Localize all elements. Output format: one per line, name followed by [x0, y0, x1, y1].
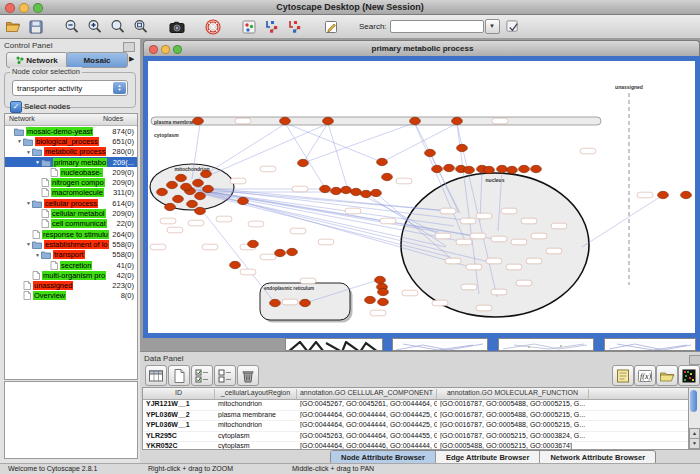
network-node[interactable] [519, 165, 530, 172]
network-node[interactable] [341, 186, 352, 193]
table-row[interactable]: YPL036W__2plasma membrane[GO:0044464, GO… [143, 411, 689, 422]
scroll-down-icon[interactable]: ▼ [689, 438, 700, 449]
zoom-in-icon[interactable] [85, 18, 105, 36]
create-attribute-icon[interactable] [168, 365, 190, 386]
network-edge[interactable] [328, 123, 348, 190]
save-session-icon[interactable] [26, 18, 46, 36]
import-network-red-icon[interactable] [285, 18, 305, 36]
network-node[interactable] [497, 165, 508, 172]
network-node[interactable] [165, 203, 176, 210]
search-options-dropdown[interactable]: ▼ [485, 19, 500, 34]
scrollbar-thumb[interactable] [690, 390, 697, 412]
expand-triangle-icon[interactable]: ▼ [25, 149, 32, 155]
expand-triangle-icon[interactable]: ▼ [34, 159, 41, 165]
attribute-matrix-icon[interactable] [678, 365, 700, 386]
network-node[interactable] [331, 187, 342, 194]
tree-row-overview[interactable]: Overview8(0) [5, 291, 137, 301]
network-node[interactable] [432, 165, 443, 172]
float-panel-icon[interactable] [123, 42, 135, 52]
column-header-3[interactable]: annotation.GO MOLECULAR_FUNCTION [437, 389, 589, 399]
tree-row-response-to-stimulu[interactable]: response to stimulu264(0) [5, 229, 137, 239]
tree-col-nodes[interactable]: Nodes [103, 115, 123, 122]
network-node[interactable] [457, 144, 468, 151]
network-node[interactable] [531, 165, 542, 172]
open-file-icon[interactable] [3, 18, 23, 36]
expand-triangle-icon[interactable]: ▼ [25, 200, 32, 206]
zoom-out-icon[interactable] [62, 18, 82, 36]
network-node[interactable] [287, 248, 298, 255]
network-node[interactable] [378, 298, 389, 305]
network-node[interactable] [176, 174, 187, 181]
network-node[interactable] [298, 159, 309, 166]
network-node[interactable] [230, 261, 241, 268]
network-node[interactable] [195, 192, 206, 199]
network-node[interactable] [452, 117, 463, 124]
select-nodes-checkbox[interactable]: ✓ [10, 101, 22, 113]
tab-mosaic[interactable]: Mosaic [66, 52, 128, 68]
tree-row-nucleobase-[interactable]: nucleobase-209(0) [5, 167, 137, 177]
network-node[interactable] [375, 276, 386, 283]
network-node[interactable] [157, 188, 168, 195]
tree-row-biological-process[interactable]: ▼biological_process651(0) [5, 136, 137, 146]
network-node[interactable] [173, 195, 184, 202]
network-node[interactable] [681, 191, 692, 198]
network-node[interactable] [484, 166, 495, 173]
label-icon[interactable] [612, 365, 634, 386]
tree-col-network[interactable]: Network [9, 115, 35, 122]
zoom-selected-icon[interactable] [108, 18, 128, 36]
network-edge[interactable] [285, 123, 325, 188]
tree-row-cellular-process[interactable]: ▼cellular process614(0) [5, 198, 137, 208]
network-node[interactable] [507, 166, 518, 173]
column-header-1[interactable]: _cellularLayoutRegion [215, 389, 297, 399]
network-node[interactable] [181, 183, 192, 190]
tree-row-mosaic-demo-yeast[interactable]: mosaic-demo-yeast874(0) [5, 126, 137, 136]
table-row[interactable]: YKR052Ccytoplasm[GO:0044464, GO:0044446,… [143, 442, 689, 450]
network-node[interactable] [444, 164, 455, 171]
tab-network[interactable]: Network [6, 52, 68, 68]
network-node[interactable] [371, 189, 382, 196]
network-node[interactable] [365, 296, 376, 303]
table-row[interactable]: YPL036W__1mitochondrion[GO:0044464, GO:0… [143, 421, 689, 432]
network-node[interactable] [464, 166, 475, 173]
attribute-select-icon[interactable] [145, 365, 167, 386]
tree-row-primary-metabo[interactable]: ▼primary metabo209(... [5, 157, 137, 167]
network-window-titlebar[interactable]: primary metabolic process [143, 40, 700, 56]
network-node[interactable] [323, 117, 334, 124]
network-edge[interactable] [582, 195, 663, 247]
network-node[interactable] [193, 117, 204, 124]
tree-row-metabolic-process[interactable]: ▼metabolic process280(0) [5, 147, 137, 157]
node-color-dropdown[interactable]: transporter activity ▲▼ [12, 80, 128, 96]
tree-row-establishment-of-lo[interactable]: ▼establishment of lo558(0) [5, 239, 137, 249]
vizmapper-icon[interactable] [239, 18, 259, 36]
network-node[interactable] [275, 249, 286, 256]
network-edge[interactable] [382, 124, 456, 162]
select-attributes-icon[interactable] [191, 365, 213, 386]
search-input[interactable] [390, 20, 484, 33]
zoom-fit-icon[interactable] [131, 18, 151, 36]
import-attributes-icon[interactable] [656, 365, 678, 386]
snapshot-icon[interactable] [167, 18, 187, 36]
network-node[interactable] [203, 185, 214, 192]
data-panel-float-icon[interactable] [689, 355, 700, 365]
delete-attribute-icon[interactable] [237, 365, 259, 386]
network-node[interactable] [658, 191, 669, 198]
network-node[interactable] [351, 188, 362, 195]
table-row[interactable]: YJR121W__1mitochondrion[GO:0045267, GO:0… [143, 400, 689, 411]
network-node[interactable] [195, 207, 206, 214]
network-node[interactable] [361, 190, 372, 197]
tree-row-multi-organism-pro[interactable]: multi-organism pro42(0) [5, 270, 137, 280]
import-network-blue-icon[interactable] [262, 18, 282, 36]
help-icon[interactable] [203, 18, 223, 36]
tree-row-transport[interactable]: ▼transport558(0) [5, 250, 137, 260]
tab-overflow-arrow[interactable]: ▶ [129, 55, 134, 63]
table-scrollbar[interactable]: ▲ ▼ [688, 387, 700, 450]
expand-triangle-icon[interactable]: ▼ [16, 138, 23, 144]
network-node[interactable] [201, 170, 212, 177]
network-node[interactable] [410, 117, 421, 124]
expand-triangle-icon[interactable]: ▼ [34, 252, 41, 258]
network-node[interactable] [193, 179, 204, 186]
network-edge[interactable] [190, 189, 439, 232]
network-node[interactable] [280, 117, 291, 124]
network-node[interactable] [187, 200, 198, 207]
network-edge[interactable] [303, 123, 414, 163]
